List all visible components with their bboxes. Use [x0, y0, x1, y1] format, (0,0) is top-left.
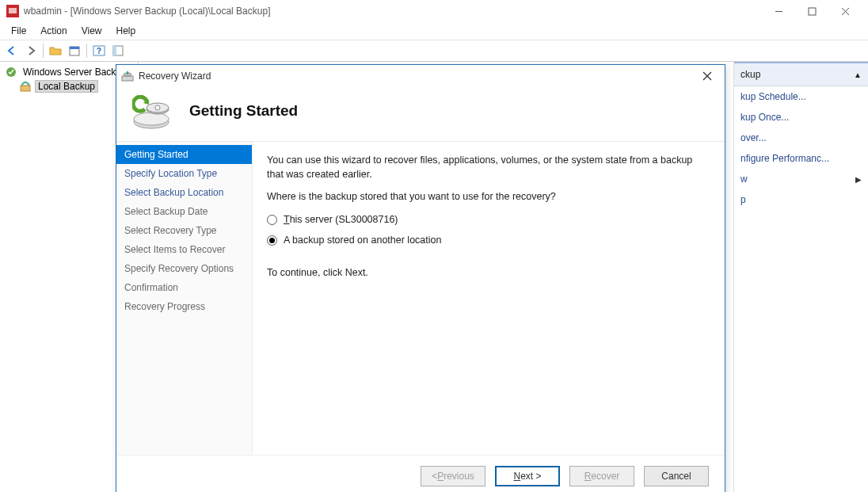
svg-rect-7: [70, 47, 79, 49]
close-button[interactable]: [828, 0, 862, 22]
svg-point-22: [155, 105, 160, 110]
toolbar-separator: [86, 44, 87, 58]
radio-icon: [267, 215, 277, 225]
wizard-steps: Getting Started Specify Location Type Se…: [116, 142, 253, 455]
step-select-recovery-type: Select Recovery Type: [116, 221, 252, 240]
continue-text: To continue, click Next.: [267, 265, 710, 280]
action-recover[interactable]: over...: [734, 128, 868, 148]
svg-rect-3: [809, 8, 816, 15]
folder-button[interactable]: [47, 42, 64, 59]
next-button[interactable]: Next >: [495, 466, 560, 486]
step-select-items: Select Items to Recover: [116, 240, 252, 259]
maximize-button[interactable]: [795, 0, 828, 22]
main-area: Windows Server Backu Local Backup ckup ▲…: [0, 62, 868, 492]
recover-button: Recover: [569, 466, 634, 486]
wizard-header: Getting Started: [116, 87, 725, 141]
wizard-content: You can use this wizard to recover files…: [253, 142, 725, 455]
server-backup-icon: [5, 66, 17, 78]
menu-file[interactable]: File: [5, 24, 32, 38]
action-view[interactable]: w ▶: [734, 169, 868, 189]
intro-text: You can use this wizard to recover files…: [267, 153, 710, 181]
menu-help[interactable]: Help: [110, 24, 143, 38]
action-help[interactable]: p: [734, 189, 868, 210]
svg-text:?: ?: [97, 47, 101, 55]
help-button[interactable]: ?: [90, 42, 108, 59]
recovery-big-icon: [132, 95, 178, 127]
radio-icon-checked: [267, 235, 277, 246]
svg-rect-1: [9, 8, 17, 13]
tree-local-backup-label: Local Backup: [35, 80, 98, 93]
chevron-right-icon: ▶: [855, 175, 862, 184]
tree-root-label: Windows Server Backu: [21, 67, 124, 78]
collapse-icon: ▲: [854, 71, 862, 79]
recovery-wizard-dialog: Recovery Wizard Getting Started: [116, 64, 725, 492]
back-button[interactable]: [3, 42, 21, 59]
action-backup-schedule[interactable]: kup Schedule...: [734, 86, 868, 107]
actions-pane: ckup ▲ kup Schedule... kup Once... over.…: [733, 62, 868, 492]
radio-other-location[interactable]: A backup stored on another location: [267, 232, 710, 248]
radio-other-label: A backup stored on another location: [284, 235, 441, 246]
radio-this-label: This server (SL30008716): [284, 214, 398, 225]
toolbar-separator: [43, 44, 44, 58]
calendar-button[interactable]: [66, 42, 83, 59]
wizard-icon: [121, 70, 134, 82]
wizard-body: Getting Started Specify Location Type Se…: [116, 141, 725, 455]
forward-button[interactable]: [22, 42, 40, 59]
app-icon: [6, 5, 19, 17]
menu-view[interactable]: View: [75, 24, 108, 38]
step-recovery-progress: Recovery Progress: [116, 297, 252, 316]
svg-rect-14: [122, 76, 133, 81]
wizard-heading: Getting Started: [189, 102, 298, 120]
step-specify-recovery-options: Specify Recovery Options: [116, 259, 252, 278]
window-title: wbadmin - [Windows Server Backup (Local)…: [24, 6, 270, 17]
panel-button[interactable]: [109, 42, 127, 59]
wizard-footer: < Previous Next > Recover Cancel: [116, 455, 725, 492]
action-backup-once[interactable]: kup Once...: [734, 107, 868, 128]
step-select-backup-location[interactable]: Select Backup Location: [116, 183, 252, 202]
step-getting-started[interactable]: Getting Started: [116, 145, 252, 164]
radio-this-server[interactable]: This server (SL30008716): [267, 212, 710, 227]
svg-point-19: [134, 113, 169, 125]
action-view-label: w: [740, 174, 748, 185]
action-configure-performance[interactable]: nfigure Performanc...: [734, 148, 868, 169]
step-specify-location-type[interactable]: Specify Location Type: [116, 164, 252, 183]
cancel-button[interactable]: Cancel: [644, 466, 709, 486]
actions-header-label: ckup: [740, 69, 760, 80]
titlebar: wbadmin - [Windows Server Backup (Local)…: [0, 0, 868, 22]
previous-button: < Previous: [421, 466, 485, 486]
wizard-titlebar: Recovery Wizard: [116, 65, 725, 87]
svg-rect-13: [21, 86, 30, 91]
question-text: Where is the backup stored that you want…: [267, 189, 710, 204]
toolbar: ?: [0, 40, 868, 62]
actions-pane-header[interactable]: ckup ▲: [734, 62, 868, 86]
local-backup-icon: [19, 80, 32, 93]
svg-rect-11: [113, 46, 116, 55]
wizard-title-text: Recovery Wizard: [139, 71, 211, 82]
step-confirmation: Confirmation: [116, 278, 252, 297]
wizard-close-button[interactable]: [695, 67, 720, 86]
menu-action[interactable]: Action: [34, 24, 73, 38]
step-select-backup-date: Select Backup Date: [116, 202, 252, 221]
minimize-button[interactable]: [762, 0, 795, 22]
menubar: File Action View Help: [0, 22, 868, 40]
